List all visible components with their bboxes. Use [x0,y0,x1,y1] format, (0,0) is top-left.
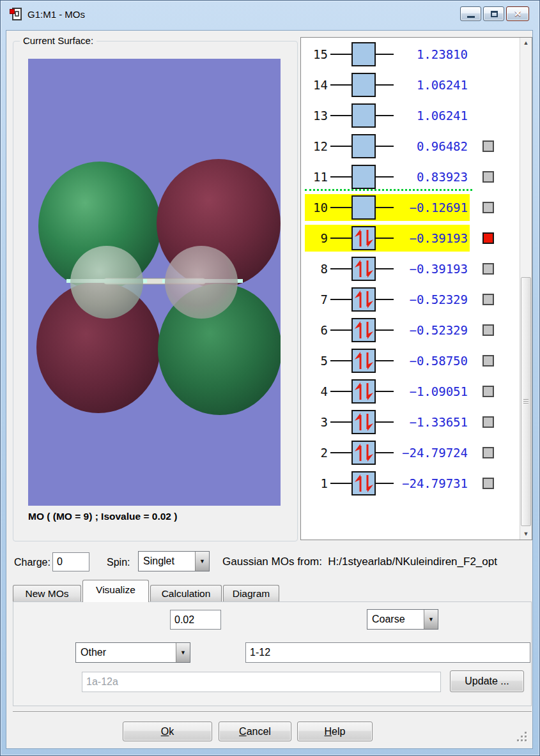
mo-row[interactable]: 6−0.52329 [301,315,499,345]
mo-checkbox[interactable] [482,355,494,367]
orbital-level-line [376,299,394,300]
isovalue-field[interactable] [170,610,221,630]
surface-viewport[interactable] [28,59,281,506]
scrollbar-thumb[interactable] [521,277,531,526]
current-list-field [82,672,441,692]
tab-visualize[interactable]: Visualize [82,580,149,602]
mo-row[interactable]: 8−0.39193 [301,253,499,284]
caption-buttons: ✕ [460,6,529,21]
mo-orbital-box-occupied[interactable] [351,257,376,281]
chevron-down-icon[interactable]: ▼ [195,552,209,571]
mo-checkbox-selected[interactable] [482,232,494,244]
tab-new-mos[interactable]: New MOs [13,585,81,602]
close-icon: ✕ [507,8,528,19]
mo-row[interactable]: 4−1.09051 [301,376,499,407]
mo-row[interactable]: 3−1.33651 [301,407,499,437]
close-button[interactable]: ✕ [506,6,529,21]
mo-checkbox[interactable] [482,263,494,275]
mo-energy-value: −1.09051 [394,376,468,407]
mo-checkbox[interactable] [482,324,494,336]
mo-number: 3 [301,407,328,437]
mo-number: 14 [301,70,328,100]
minimize-button[interactable] [460,6,481,21]
mo-checkbox[interactable] [482,416,494,428]
mo-orbital-box-occupied[interactable] [351,410,376,434]
cube-grid-select[interactable]: Coarse ▼ [367,609,438,630]
molecular-orbital-render [28,59,281,506]
orbital-level-line [330,299,351,300]
mo-orbital-box-empty[interactable] [351,103,376,128]
mo-energy-value: 1.23810 [394,39,468,70]
mo-orbital-box-occupied[interactable] [351,441,376,465]
orbital-level-line [376,54,394,55]
orbital-level-line [330,115,351,116]
mo-orbital-box-occupied[interactable] [351,379,376,404]
mo-orbital-box-occupied[interactable] [351,349,376,373]
mo-orbital-box-occupied[interactable] [351,287,376,312]
cube-grid-value: Coarse [367,614,424,625]
mo-checkbox[interactable] [482,294,494,305]
mo-row[interactable]: 131.06241 [301,100,499,131]
resize-grip-icon[interactable] [517,732,527,742]
mo-row[interactable]: 141.06241 [301,70,499,100]
orbital-level-line [376,268,394,269]
title-bar[interactable]: G1:M1 - MOs ✕ [1,1,539,30]
tab-calculation[interactable]: Calculation [150,585,222,602]
mo-orbital-box-empty[interactable] [351,42,376,66]
mo-checkbox[interactable] [482,478,494,489]
add-type-select[interactable]: Other ▼ [75,642,190,663]
mo-orbital-box-empty[interactable] [351,73,376,97]
current-surface-label: Current Surface: [20,35,96,46]
mo-number: 6 [301,315,328,345]
mo-energy-list-panel: 151.23810141.06241131.06241120.96482110.… [300,37,532,540]
orbital-level-line [330,146,351,147]
spin-select[interactable]: Singlet ▼ [138,551,210,571]
mo-checkbox[interactable] [482,202,494,213]
mo-row[interactable]: 10−0.12691 [301,192,499,223]
scroll-up-icon[interactable]: ▲ [520,38,532,49]
mo-row[interactable]: 151.23810 [301,39,499,70]
mo-number: 2 [301,437,328,468]
orbital-level-line [330,84,351,86]
chevron-down-icon[interactable]: ▼ [424,610,438,629]
mo-orbital-box-empty[interactable] [351,195,376,220]
charge-field[interactable] [52,552,89,571]
mo-number: 4 [301,376,328,407]
mo-number: 11 [301,162,328,192]
maximize-button[interactable] [483,6,504,21]
orbital-level-line [376,329,394,331]
spin-label: Spin: [107,557,130,568]
ok-mnemonic: O [161,726,169,737]
tab-diagram[interactable]: Diagram [223,585,279,602]
mo-row[interactable]: 110.83923 [301,162,499,192]
ok-button[interactable]: Ok [123,722,212,741]
mo-orbital-box-empty[interactable] [351,134,376,158]
mo-checkbox[interactable] [482,447,494,458]
mo-row[interactable]: 9−0.39193 [301,223,499,253]
scroll-down-icon[interactable]: ▼ [520,529,532,540]
mo-orbital-box-occupied[interactable] [351,318,376,342]
add-list-field[interactable] [245,642,530,663]
cancel-button[interactable]: Cancel [219,722,291,741]
mo-list-scrollbar[interactable]: ▲ ▼ [520,38,532,540]
update-button[interactable]: Update ... [450,670,524,692]
orbital-level-line [376,115,394,116]
orbital-level-line [376,176,394,178]
mo-energy-value: −0.39193 [394,223,468,253]
mo-row[interactable]: 5−0.58750 [301,345,499,376]
mo-orbital-box-empty[interactable] [351,165,376,189]
spin-value: Singlet [139,556,195,567]
mo-checkbox[interactable] [482,386,494,397]
help-button[interactable]: Help [297,722,373,741]
mo-number: 13 [301,100,328,131]
mo-row[interactable]: 120.96482 [301,131,499,162]
mo-row[interactable]: 2−24.79724 [301,437,499,468]
mo-orbital-box-occupied[interactable] [351,471,376,495]
mo-row[interactable]: 1−24.79731 [301,468,499,499]
mo-checkbox[interactable] [482,140,494,152]
mo-orbital-box-occupied[interactable] [351,226,376,250]
chevron-down-icon[interactable]: ▼ [176,643,190,662]
orbital-level-line [330,483,351,484]
mo-checkbox[interactable] [482,171,494,183]
mo-row[interactable]: 7−0.52329 [301,284,499,315]
